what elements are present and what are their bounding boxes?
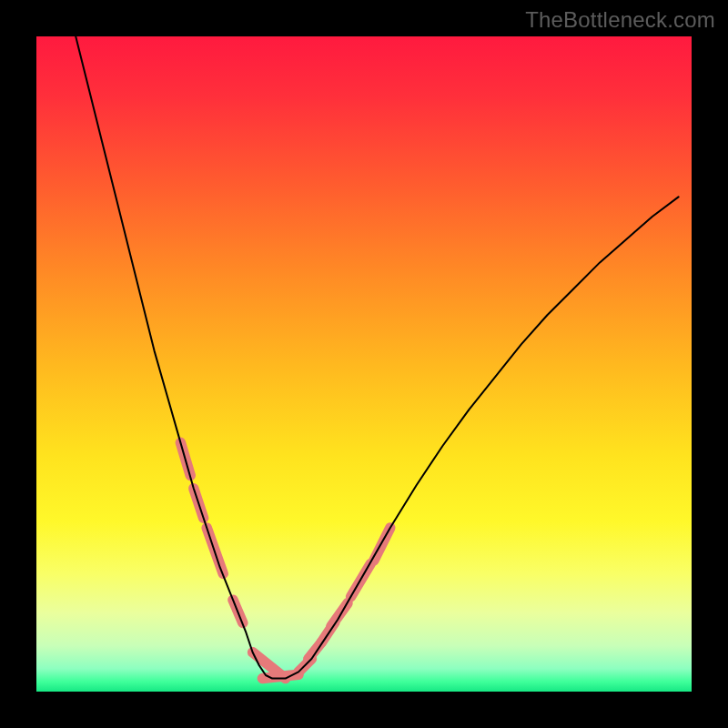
chart-svg (36, 36, 692, 692)
watermark-text: TheBottleneck.com (525, 7, 715, 33)
marker-group (180, 442, 389, 678)
bottleneck-curve (76, 36, 678, 679)
chart-frame: TheBottleneck.com (0, 0, 728, 728)
plot-area (36, 36, 692, 692)
